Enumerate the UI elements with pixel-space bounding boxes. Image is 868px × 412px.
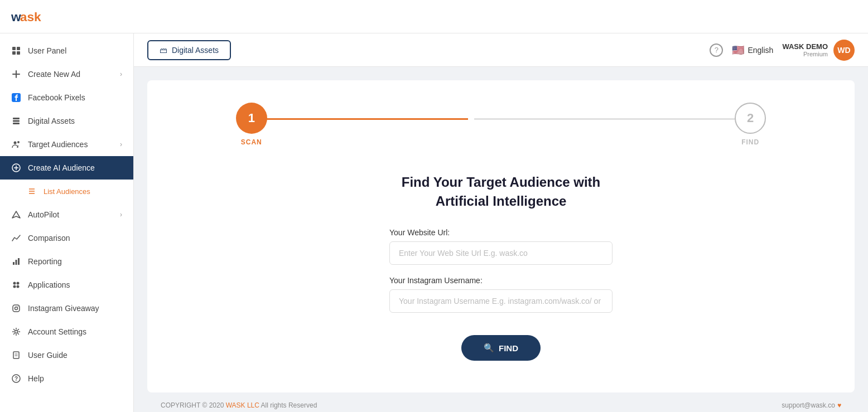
facebook-icon	[11, 93, 21, 103]
sidebar-item-create-ai-audience[interactable]: Create AI Audience	[0, 156, 133, 180]
svg-rect-22	[16, 260, 17, 265]
sidebar-label-account-settings: Account Settings	[28, 327, 86, 336]
sidebar-label-facebook-pixels: Facebook Pixels	[28, 93, 85, 102]
arrow-icon-create-new-ad: ›	[120, 70, 122, 78]
sidebar-item-facebook-pixels[interactable]: Facebook Pixels	[0, 86, 133, 109]
steps-container: 1 SCAN 2 FIND	[170, 103, 832, 146]
sidebar-label-list-audiences: List Audiences	[44, 187, 90, 196]
sidebar-item-digital-assets[interactable]: Digital Assets	[0, 109, 133, 133]
sidebar-label-applications: Applications	[28, 280, 70, 289]
user-info: WASK DEMO Premium WD	[782, 40, 855, 61]
comparison-icon	[11, 233, 21, 243]
digital-assets-label: Digital Assets	[172, 46, 219, 55]
rights-text: All rights Reserved	[261, 401, 317, 409]
book-icon	[11, 350, 21, 360]
step-2-number: 2	[747, 111, 754, 125]
find-icon: 🔍	[484, 343, 494, 353]
sidebar-label-user-guide: User Guide	[28, 351, 67, 360]
sidebar-item-create-new-ad[interactable]: Create New Ad ›	[0, 62, 133, 86]
company-link[interactable]: WASK LLC	[226, 401, 259, 409]
grid-icon	[11, 46, 21, 56]
plus-icon	[11, 69, 21, 79]
sidebar-item-list-audiences[interactable]: List Audiences	[0, 180, 133, 203]
sidebar-item-applications[interactable]: Applications	[0, 273, 133, 297]
sidebar-label-comparison: Comparison	[28, 234, 70, 243]
sidebar-item-comparison[interactable]: Comparison	[0, 226, 133, 250]
svg-point-31	[15, 331, 18, 333]
svg-text:?: ?	[15, 376, 18, 382]
form-title: Find Your Target Audience with Artificia…	[389, 173, 613, 210]
user-text: WASK DEMO Premium	[782, 42, 828, 57]
language-label: English	[748, 46, 773, 55]
sidebar-item-target-audiences[interactable]: Target Audiences ›	[0, 133, 133, 156]
svg-rect-10	[13, 120, 20, 122]
sidebar-item-user-guide[interactable]: User Guide	[0, 343, 133, 367]
svg-rect-11	[13, 123, 20, 124]
find-button-label: FIND	[499, 343, 518, 353]
copyright-text: COPYRIGHT © 2020	[161, 401, 224, 409]
svg-point-25	[17, 282, 20, 285]
form-section: Find Your Target Audience with Artificia…	[389, 173, 613, 361]
sidebar-item-user-panel[interactable]: User Panel	[0, 39, 133, 62]
svg-text:ask: ask	[20, 9, 41, 23]
sidebar-label-digital-assets: Digital Assets	[28, 117, 75, 125]
instagram-username-input[interactable]	[389, 289, 613, 313]
sidebar-item-reporting[interactable]: Reporting	[0, 250, 133, 273]
flag-icon: 🇺🇸	[732, 44, 744, 56]
instagram-username-group: Your Instagram Username:	[389, 276, 613, 313]
footer-left: COPYRIGHT © 2020 WASK LLC All rights Res…	[161, 401, 317, 409]
website-url-input[interactable]	[389, 241, 613, 265]
find-button[interactable]: 🔍 FIND	[461, 335, 541, 361]
topbar-right: ? 🇺🇸 English WASK DEMO Premium WD	[710, 40, 855, 61]
sidebar-label-instagram-giveaway: Instagram Giveaway	[28, 304, 99, 313]
svg-rect-2	[12, 47, 16, 50]
svg-rect-4	[12, 51, 16, 55]
svg-point-29	[15, 307, 18, 310]
svg-point-13	[17, 141, 20, 143]
svg-point-12	[14, 142, 17, 144]
language-selector[interactable]: 🇺🇸 English	[732, 44, 773, 56]
autopilot-icon	[11, 210, 21, 220]
website-url-group: Your Website Url:	[389, 228, 613, 265]
svg-rect-32	[13, 352, 19, 358]
question-mark: ?	[715, 46, 718, 54]
heart-icon: ♥	[837, 401, 841, 409]
footer: COPYRIGHT © 2020 WASK LLC All rights Res…	[147, 392, 855, 412]
digital-assets-icon: 🗃	[160, 46, 167, 55]
main-card: 1 SCAN 2 FIND Find Your Tar	[147, 80, 855, 392]
avatar[interactable]: WD	[833, 40, 855, 61]
step-2: 2 FIND	[735, 103, 766, 146]
sidebar-label-create-new-ad: Create New Ad	[28, 70, 80, 79]
step-2-circle: 2	[735, 103, 766, 134]
help-button[interactable]: ?	[710, 43, 723, 57]
sidebar-label-create-ai-audience: Create AI Audience	[28, 163, 95, 172]
sidebar-label-help: Help	[28, 374, 44, 383]
svg-marker-20	[12, 211, 20, 218]
main-area: 🗃 Digital Assets ? 🇺🇸 English WASK DEMO …	[134, 33, 868, 412]
support-email: support@wask.co	[782, 401, 835, 409]
user-plan: Premium	[782, 51, 828, 57]
instagram-icon	[11, 303, 21, 313]
gear-icon	[11, 327, 21, 337]
step-line-active	[262, 118, 467, 120]
step-1: 1 SCAN	[236, 103, 267, 146]
svg-rect-28	[13, 305, 20, 312]
svg-point-24	[13, 282, 16, 285]
sidebar-item-autopilot[interactable]: AutoPilot ›	[0, 203, 133, 226]
sidebar: User Panel Create New Ad › Facebook Pixe…	[0, 33, 134, 412]
bar-chart-icon	[11, 256, 21, 266]
svg-rect-3	[17, 47, 20, 50]
digital-assets-button[interactable]: 🗃 Digital Assets	[147, 40, 231, 60]
sidebar-item-help[interactable]: ? Help	[0, 367, 133, 390]
svg-rect-23	[18, 258, 20, 265]
sidebar-item-instagram-giveaway[interactable]: Instagram Giveaway	[0, 297, 133, 320]
arrow-icon-target-audiences: ›	[120, 140, 122, 148]
footer-right: support@wask.co ♥	[782, 401, 841, 409]
svg-rect-9	[13, 118, 20, 119]
sidebar-item-account-settings[interactable]: Account Settings	[0, 320, 133, 343]
step-line-inactive	[474, 118, 739, 120]
list-icon	[27, 186, 37, 196]
topbar: 🗃 Digital Assets ? 🇺🇸 English WASK DEMO …	[134, 33, 868, 67]
layers-icon	[11, 116, 21, 126]
step-2-label: FIND	[741, 138, 759, 146]
